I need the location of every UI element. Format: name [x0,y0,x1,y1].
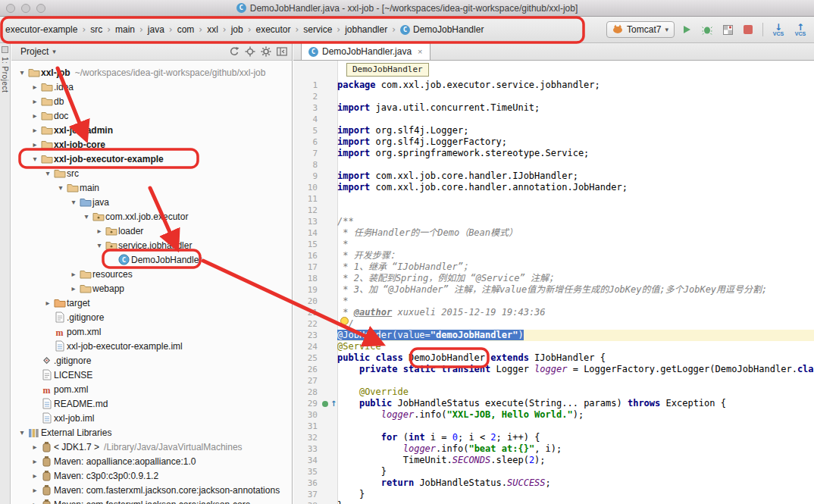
breadcrumb-item[interactable]: service [302,24,333,35]
breadcrumb-item[interactable]: com [176,24,196,35]
tree-item-pom-xml[interactable]: mpom.xml [11,324,292,339]
context-chip[interactable]: DemoJobHandler [346,63,429,77]
intention-bulb-icon[interactable] [340,317,349,325]
code-line[interactable]: 8 [293,159,814,171]
code-line[interactable]: 10import com.xxl.job.core.handler.annota… [293,182,814,193]
breadcrumb-item[interactable]: xxl [205,24,220,35]
tree-item-xxl-job-executor-example[interactable]: ▾xxl-job-executor-example [11,152,292,166]
chevron-right-icon[interactable]: ▸ [30,126,39,134]
code-line[interactable]: 4 [293,114,814,125]
chevron-right-icon[interactable]: ▸ [30,457,39,465]
tree-item-gitignore[interactable]: .gitignore [11,353,292,368]
code-line[interactable]: 12 [293,205,814,216]
tree-item-demojobhandler[interactable]: CDemoJobHandler [11,252,292,267]
code-line[interactable]: 33 logger.info("beat at:{}", i); [293,443,814,455]
tree-item-readme-md[interactable]: README.md [11,396,292,411]
code-line[interactable]: 7import org.springframework.stereotype.S… [293,148,814,159]
breadcrumb-item[interactable]: main [114,24,136,35]
code-line[interactable]: 2 [293,91,814,102]
code-line[interactable]: 5import org.slf4j.Logger; [293,125,814,136]
tree-item-xxl-job[interactable]: ▾xxl-job~/workspaces/idea-git-workspace/… [11,65,292,80]
chevron-right-icon[interactable]: ▸ [95,227,104,235]
chevron-down-icon[interactable]: ▾ [69,198,78,206]
tree-item-xxl-job-executor-example-iml[interactable]: xxl-job-executor-example.iml [11,339,292,353]
code-line[interactable]: 17 * 1、继承 “IJobHandler”； [293,261,814,273]
tree-item-gitignore[interactable]: .gitignore [11,310,292,324]
close-window-icon[interactable] [6,4,15,13]
breadcrumb-item[interactable]: java [146,24,166,35]
chevron-down-icon[interactable]: ▾ [17,68,27,77]
code-line[interactable]: 9import com.xxl.job.core.handler.IJobHan… [293,171,814,182]
code-line[interactable]: 29↑ public JobHandleStatus execute(Strin… [293,398,814,409]
code-line[interactable]: 11 [293,193,814,205]
code-line[interactable]: 3import java.util.concurrent.TimeUnit; [293,102,814,114]
chevron-down-icon[interactable]: ▾ [95,241,104,249]
code-line[interactable]: 25public class DemoJobHandler extends IJ… [293,352,814,364]
tree-item-idea[interactable]: ▸.idea [11,80,292,94]
vcs-update-button[interactable]: ↓VCS [769,23,787,36]
vcs-commit-button[interactable]: ↑VCS [791,23,809,36]
breadcrumb-item[interactable]: executor [254,24,292,35]
run-button[interactable] [678,21,695,38]
chevron-down-icon[interactable]: ▾ [17,428,27,437]
tree-item-resources[interactable]: ▸resources [11,267,292,281]
chevron-down-icon[interactable]: ▾ [82,212,91,221]
code-line[interactable]: 14 * 任务Handler的一个Demo（Bean模式） [293,227,814,239]
tree-item-loader[interactable]: ▸loader [11,224,292,238]
tree-item-webapp[interactable]: ▸webapp [11,281,292,296]
code-line[interactable]: 27 [293,375,814,387]
tree-item-target[interactable]: ▸target [11,296,292,310]
run-marker-icon[interactable] [322,401,328,407]
tree-item-external-libraries[interactable]: ▾External Libraries [11,425,292,440]
chevron-right-icon[interactable]: ▸ [43,299,52,307]
code-line[interactable]: 32 for (int i = 0; i < 2; i++) { [293,432,814,443]
code-line[interactable]: 30 logger.info("XXL-JOB, Hello World."); [293,409,814,421]
tree-item-main[interactable]: ▾main [11,180,292,195]
chevron-right-icon[interactable]: ▸ [30,443,39,451]
tree-item-src[interactable]: ▾src [11,166,292,180]
tree-item-com-xxl-job-executor[interactable]: ▾com.xxl.job.executor [11,209,292,224]
minimize-window-icon[interactable] [21,4,30,13]
chevron-right-icon[interactable]: ▸ [30,140,39,149]
debug-button[interactable] [699,21,715,38]
chevron-down-icon[interactable]: ▾ [56,183,65,192]
editor-tab[interactable]: C DemoJobHandler.java × [301,42,430,60]
tree-item-xxl-job-core[interactable]: ▸xxl-job-core [11,137,292,152]
project-tool-window-button[interactable]: 1: Project [1,57,9,92]
code-line[interactable]: 34 TimeUnit.SECONDS.sleep(2); [293,455,814,466]
override-method-icon[interactable]: ↑ [330,399,337,408]
tree-item-maven-com-fasterxml-jackson-core-jackson-core[interactable]: ▸Maven: com.fasterxml.jackson.core:jacks… [11,497,292,504]
code-line[interactable]: 21 * @author xuxueli 2015-12-19 19:43:36 [293,307,814,318]
code-line[interactable]: 18 * 2、装配到Spring，例如加 “@Service” 注解； [293,273,814,284]
breadcrumb-item[interactable]: src [89,24,104,35]
gear-icon[interactable] [261,46,271,57]
code-line[interactable]: 24@Service [293,341,814,352]
code-line[interactable]: 22 */ [293,318,814,330]
coverage-button[interactable] [719,21,736,38]
close-tab-icon[interactable]: × [418,47,422,56]
code-line[interactable]: 13/** [293,216,814,227]
code-line[interactable]: 20 * [293,296,814,307]
breadcrumb-item[interactable]: executor-example [4,24,79,35]
tool-window-switcher-icon[interactable] [2,46,8,53]
code-line[interactable]: 15 * [293,239,814,250]
tree-item-db[interactable]: ▸db [11,94,292,108]
chevron-right-icon[interactable]: ▸ [30,471,39,480]
chevron-right-icon[interactable]: ▸ [30,500,39,504]
tree-item-xxl-job-iml[interactable]: xxl-job.iml [11,411,292,425]
stop-button[interactable] [740,21,756,38]
chevron-right-icon[interactable]: ▸ [69,270,78,278]
tree-item-service-jobhandler[interactable]: ▾service.jobhandler [11,238,292,252]
tree-item-maven-c3p0-c3p0-0-9-1-2[interactable]: ▸Maven: c3p0:c3p0:0.9.1.2 [11,468,292,483]
code-line[interactable]: 31 [293,421,814,432]
code-line[interactable]: 6import org.slf4j.LoggerFactory; [293,136,814,148]
scroll-to-source-icon[interactable] [245,46,255,57]
code-line[interactable]: 1package com.xxl.job.executor.service.jo… [293,80,814,91]
maximize-window-icon[interactable] [36,4,45,13]
chevron-right-icon[interactable]: ▸ [30,111,39,120]
code-line[interactable]: 37 } [293,489,814,500]
tree-item-java[interactable]: ▾java [11,195,292,209]
tree-item-jdk1-7[interactable]: ▸< JDK1.7 >/Library/Java/JavaVirtualMach… [11,440,292,454]
run-config-selector[interactable]: Tomcat7 ▾ [606,21,675,38]
tree-item-maven-aopalliance-aopalliance-1-0[interactable]: ▸Maven: aopalliance:aopalliance:1.0 [11,454,292,468]
